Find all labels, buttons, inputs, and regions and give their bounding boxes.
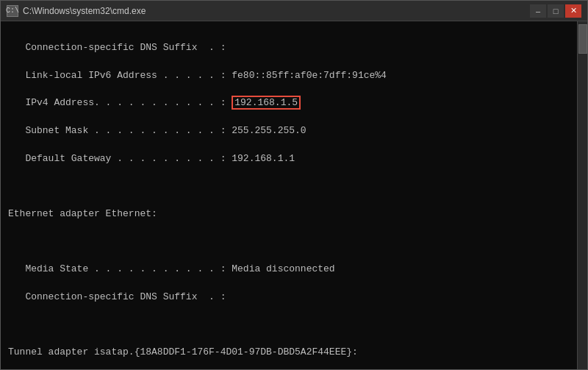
console-line-ipv4: IPv4 Address. . . . . . . . . . . : 192.… — [8, 96, 570, 110]
console-line — [8, 319, 570, 332]
console-line: Tunnel adapter isatap.{18A8DDF1-176F-4D0… — [8, 346, 570, 360]
minimize-button[interactable]: – — [530, 4, 546, 18]
console-line — [8, 235, 570, 249]
scrollbar-thumb[interactable] — [578, 24, 587, 54]
scrollbar[interactable] — [577, 21, 587, 369]
title-bar-left: C:\ C:\Windows\system32\cmd.exe — [7, 5, 146, 17]
console-output[interactable]: Connection-specific DNS Suffix . : Link-… — [1, 21, 577, 369]
window-controls: – □ ✕ — [530, 4, 581, 18]
console-line: Connection-specific DNS Suffix . : — [8, 41, 570, 55]
maximize-button[interactable]: □ — [548, 4, 564, 18]
window-title: C:\Windows\system32\cmd.exe — [23, 6, 146, 16]
console-line: Ethernet adapter Ethernet: — [8, 207, 570, 221]
console-line: Connection-specific DNS Suffix . : — [8, 291, 570, 305]
highlighted-ip: 192.168.1.5 — [232, 96, 301, 110]
cmd-window: C:\ C:\Windows\system32\cmd.exe – □ ✕ Co… — [0, 0, 588, 370]
cmd-icon: C:\ — [7, 5, 18, 17]
console-line — [8, 179, 570, 193]
console-line: Media State . . . . . . . . . . . : Medi… — [8, 263, 570, 277]
title-bar: C:\ C:\Windows\system32\cmd.exe – □ ✕ — [1, 1, 587, 21]
console-line: Default Gateway . . . . . . . . . : 192.… — [8, 152, 570, 166]
console-line: Subnet Mask . . . . . . . . . . . : 255.… — [8, 124, 570, 138]
console-line: Link-local IPv6 Address . . . . . : fe80… — [8, 69, 570, 83]
close-button[interactable]: ✕ — [565, 4, 581, 18]
console-area: Connection-specific DNS Suffix . : Link-… — [1, 21, 587, 369]
